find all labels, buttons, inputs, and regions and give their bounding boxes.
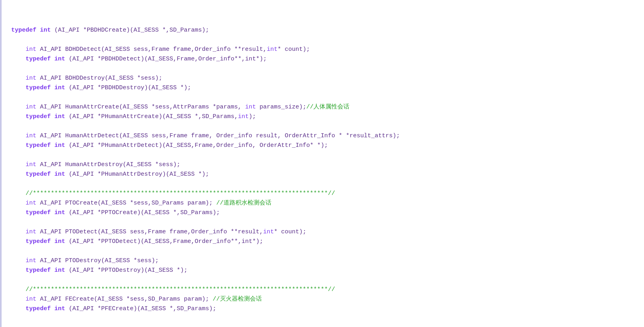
code-token: int bbox=[26, 75, 36, 82]
code-token: int bbox=[54, 238, 65, 245]
code-token: int bbox=[26, 104, 36, 110]
code-line bbox=[11, 122, 634, 131]
code-token: //灭火器检测会话 bbox=[213, 296, 262, 303]
code-token: AI_API HumanAttrDetect(AI_SESS sess,Fram… bbox=[36, 132, 400, 139]
code-token bbox=[51, 113, 54, 120]
code-token bbox=[11, 46, 26, 53]
code-token: (AI_API *PHumanAttrDetect)(AI_SESS,Frame… bbox=[65, 142, 328, 149]
code-line: typedef int (AI_API *PHumanAttrDetect)(A… bbox=[11, 141, 634, 150]
code-token: (AI_API *PPTOCreate)(AI_SESS *,SD_Params… bbox=[65, 209, 220, 216]
code-token: int bbox=[26, 229, 36, 235]
code-token: typedef bbox=[26, 267, 51, 274]
code-line bbox=[11, 150, 634, 160]
code-token bbox=[51, 142, 54, 149]
code-token: params_size); bbox=[256, 104, 306, 110]
code-line: int AI_API BDHDDestroy(AI_SESS *sess); bbox=[11, 74, 634, 83]
code-line: typedef int (AI_API *PFECreate)(AI_SESS … bbox=[11, 304, 634, 314]
code-token: typedef bbox=[26, 84, 51, 91]
code-token: int bbox=[26, 161, 36, 168]
code-line: typedef int (AI_API *PHumanAttrDestroy)(… bbox=[11, 170, 634, 179]
code-token: AI_API PTODestroy(AI_SESS *sess); bbox=[36, 257, 159, 264]
code-line bbox=[11, 35, 634, 45]
code-token: int bbox=[54, 142, 65, 149]
code-token: int bbox=[26, 257, 36, 264]
code-token: typedef bbox=[26, 142, 51, 149]
code-token: //道路积水检测会话 bbox=[216, 200, 271, 207]
code-token: (AI_API *PBDHDDetect)(AI_SESS,Frame,Orde… bbox=[65, 56, 267, 62]
code-token: //**************************************… bbox=[11, 286, 335, 293]
code-line bbox=[11, 218, 634, 227]
code-token: int bbox=[263, 229, 274, 235]
code-line bbox=[11, 179, 634, 189]
code-token: typedef bbox=[26, 56, 51, 62]
code-editor: typedef int (AI_API *PBDHDCreate)(AI_SES… bbox=[0, 0, 644, 327]
code-token: typedef bbox=[26, 171, 51, 178]
code-line bbox=[11, 93, 634, 102]
code-token bbox=[11, 305, 26, 312]
code-token bbox=[11, 56, 26, 62]
code-token bbox=[51, 305, 54, 312]
code-token bbox=[51, 209, 54, 216]
code-token: AI_API FECreate(AI_SESS *sess,SD_Params … bbox=[36, 296, 213, 303]
code-token bbox=[11, 132, 26, 139]
code-token: int bbox=[54, 171, 65, 178]
code-token: (AI_API *PPTODestroy)(AI_SESS *); bbox=[65, 267, 187, 274]
code-token: int bbox=[54, 305, 65, 312]
code-token bbox=[11, 75, 26, 82]
code-token: AI_API BDHDDetect(AI_SESS sess,Frame fra… bbox=[36, 46, 267, 53]
code-line: typedef int (AI_API *PHumanAttrCreate)(A… bbox=[11, 112, 634, 122]
code-line: typedef int (AI_API *PPTODetect)(AI_SESS… bbox=[11, 237, 634, 247]
code-token bbox=[11, 142, 26, 149]
code-token: AI_API PTODetect(AI_SESS sess,Frame fram… bbox=[36, 229, 263, 235]
code-line bbox=[11, 275, 634, 285]
code-line: //**************************************… bbox=[11, 285, 634, 295]
code-token: (AI_API *PHumanAttrCreate)(AI_SESS *,SD_… bbox=[65, 113, 238, 120]
code-token bbox=[11, 209, 26, 216]
code-token: int bbox=[26, 46, 36, 53]
code-token: int bbox=[26, 132, 36, 139]
code-content: typedef int (AI_API *PBDHDCreate)(AI_SES… bbox=[11, 6, 634, 314]
code-token: AI_API BDHDDestroy(AI_SESS *sess); bbox=[36, 75, 162, 82]
code-token: int bbox=[54, 56, 65, 62]
code-token: int bbox=[40, 27, 51, 34]
code-token bbox=[51, 171, 54, 178]
code-token: int bbox=[54, 113, 65, 120]
code-line: //**************************************… bbox=[11, 189, 634, 199]
code-line: int AI_API PTOCreate(AI_SESS *sess,SD_Pa… bbox=[11, 199, 634, 208]
code-token: int bbox=[26, 200, 36, 207]
code-line: typedef int (AI_API *PPTODestroy)(AI_SES… bbox=[11, 266, 634, 275]
code-line: int AI_API BDHDDetect(AI_SESS sess,Frame… bbox=[11, 45, 634, 54]
code-token: * count); bbox=[277, 46, 310, 53]
code-token: (AI_API *PFECreate)(AI_SESS *,SD_Params)… bbox=[65, 305, 216, 312]
code-token bbox=[51, 84, 54, 91]
code-token bbox=[11, 296, 26, 303]
code-token: int bbox=[54, 267, 65, 274]
code-line: typedef int (AI_API *PBDHDDestroy)(AI_SE… bbox=[11, 83, 634, 93]
code-line bbox=[11, 247, 634, 256]
code-token bbox=[51, 238, 54, 245]
code-line: int AI_API HumanAttrDetect(AI_SESS sess,… bbox=[11, 131, 634, 141]
code-token bbox=[11, 171, 26, 178]
code-token: int bbox=[238, 113, 249, 120]
code-token: typedef bbox=[26, 209, 51, 216]
code-token: int bbox=[26, 296, 36, 303]
code-token bbox=[51, 267, 54, 274]
code-line: typedef int (AI_API *PBDHDDetect)(AI_SES… bbox=[11, 54, 634, 64]
code-line: typedef int (AI_API *PBDHDCreate)(AI_SES… bbox=[11, 26, 634, 35]
code-line: typedef int (AI_API *PPTOCreate)(AI_SESS… bbox=[11, 208, 634, 218]
code-line: int AI_API PTODetect(AI_SESS sess,Frame … bbox=[11, 227, 634, 237]
code-token bbox=[11, 104, 26, 110]
code-token: ); bbox=[249, 113, 256, 120]
code-token bbox=[11, 257, 26, 264]
code-line: int AI_API HumanAttrCreate(AI_SESS *sess… bbox=[11, 102, 634, 112]
code-token: typedef bbox=[26, 305, 51, 312]
code-token: typedef bbox=[26, 113, 51, 120]
code-token: int bbox=[245, 104, 256, 110]
code-token: (AI_API *PHumanAttrDestroy)(AI_SESS *); bbox=[65, 171, 209, 178]
code-token bbox=[11, 200, 26, 207]
code-token bbox=[36, 27, 40, 34]
code-token: AI_API HumanAttrDestroy(AI_SESS *sess); bbox=[36, 161, 180, 168]
code-token: typedef bbox=[26, 238, 51, 245]
code-line: int AI_API FECreate(AI_SESS *sess,SD_Par… bbox=[11, 295, 634, 304]
code-token bbox=[11, 267, 26, 274]
